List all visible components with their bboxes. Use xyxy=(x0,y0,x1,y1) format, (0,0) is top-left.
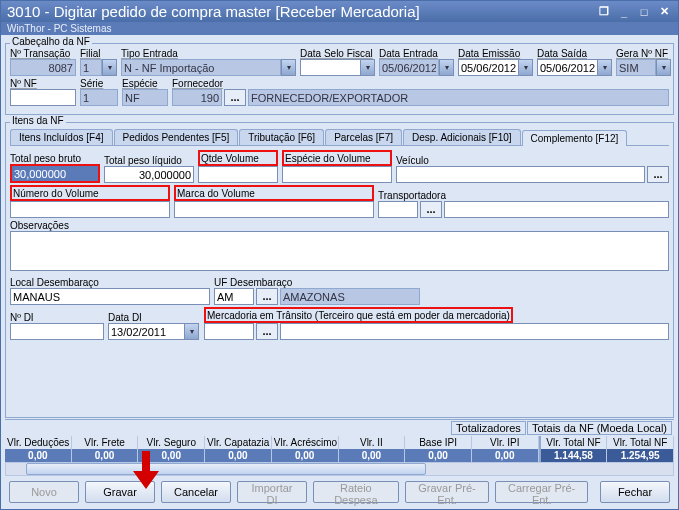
scrollbar-thumb[interactable] xyxy=(26,463,426,475)
label-fornecedor: Fornecedor xyxy=(172,78,669,89)
lookup-veiculo[interactable]: ... xyxy=(647,166,669,183)
tab-parcelas[interactable]: Parcelas [F7] xyxy=(325,129,402,145)
hdr-total2: Vlr. Total NF xyxy=(607,436,674,449)
input-especie-volume[interactable] xyxy=(282,166,392,183)
label-filial: Filial xyxy=(80,48,117,59)
input-uf-desembaraco[interactable] xyxy=(214,288,254,305)
tab-pendentes[interactable]: Pedidos Pendentes [F5] xyxy=(114,129,239,145)
val-ii: 0,00 xyxy=(339,449,406,462)
gravar-pre-button: Gravar Pré-Ent. xyxy=(405,481,490,503)
fechar-button[interactable]: Fechar xyxy=(600,481,670,503)
label-serie: Série xyxy=(80,78,118,89)
window-subtitle: WinThor - PC Sistemas xyxy=(1,22,678,35)
hdr-capatazia: Vlr. Capatazia xyxy=(205,436,272,449)
dropdown-data-di[interactable]: ▾ xyxy=(184,323,199,340)
input-transportadora-code[interactable] xyxy=(378,201,418,218)
group-title-cabecalho: Cabeçalho da NF xyxy=(10,36,92,47)
input-fornecedor-code xyxy=(172,89,222,106)
tab-incluidos[interactable]: Itens Incluídos [F4] xyxy=(10,129,113,145)
title-bar: 3010 - Digitar pedido de compra master [… xyxy=(1,1,678,22)
input-peso-liquido[interactable] xyxy=(104,166,194,183)
label-data-selo: Data Selo Fiscal xyxy=(300,48,375,59)
input-local-desembaraco[interactable] xyxy=(10,288,210,305)
label-local-desembaraco: Local Desembaraço xyxy=(10,277,210,288)
input-mercadoria-name[interactable] xyxy=(280,323,669,340)
horizontal-scrollbar[interactable] xyxy=(5,462,674,476)
cancelar-button[interactable]: Cancelar xyxy=(161,481,231,503)
label-peso-bruto: Total peso bruto xyxy=(10,153,100,164)
label-data-di: Data DI xyxy=(108,312,200,323)
hdr-ipi: Vlr. IPI xyxy=(472,436,539,449)
carregar-pre-button: Carregar Pré-Ent. xyxy=(495,481,588,503)
dropdown-gera-nf[interactable]: ▾ xyxy=(656,59,671,76)
group-cabecalho: Cabeçalho da NF Nº Transação Filial ▾ Ti… xyxy=(5,43,674,115)
lookup-mercadoria[interactable]: ... xyxy=(256,323,278,340)
input-data-di[interactable] xyxy=(108,323,184,340)
importar-di-button: Importar DI xyxy=(237,481,307,503)
input-qtde-volume[interactable] xyxy=(198,166,278,183)
input-serie xyxy=(80,89,118,106)
input-data-emissao[interactable] xyxy=(458,59,518,76)
input-numero-volume[interactable] xyxy=(10,201,170,218)
input-transportadora-name[interactable] xyxy=(444,201,669,218)
dropdown-data-selo[interactable]: ▾ xyxy=(360,59,375,76)
button-bar: Novo Gravar Cancelar Importar DI Rateio … xyxy=(5,477,674,507)
input-uf-name xyxy=(280,288,420,305)
label-qtde-volume: Qtde Volume xyxy=(201,153,259,164)
hdr-acrescimo: Vlr. Acréscimo xyxy=(272,436,339,449)
dropdown-data-emissao[interactable]: ▾ xyxy=(518,59,533,76)
lookup-uf[interactable]: ... xyxy=(256,288,278,305)
input-peso-bruto[interactable] xyxy=(12,166,98,181)
input-data-saida[interactable] xyxy=(537,59,597,76)
label-data-emissao: Data Emissão xyxy=(458,48,533,59)
input-filial xyxy=(80,59,102,76)
dropdown-tipo-entrada[interactable]: ▾ xyxy=(281,59,296,76)
label-no-di: Nº DI xyxy=(10,312,104,323)
tab-desp-adicionais[interactable]: Desp. Adicionais [F10] xyxy=(403,129,521,145)
val-deducoes: 0,00 xyxy=(5,449,72,462)
window-title: 3010 - Digitar pedido de compra master [… xyxy=(7,3,420,20)
input-veiculo[interactable] xyxy=(396,166,645,183)
label-totais-nf: Totais da NF (Moeda Local) xyxy=(527,421,672,435)
hdr-seguro: Vlr. Seguro xyxy=(138,436,205,449)
dropdown-filial[interactable]: ▾ xyxy=(102,59,117,76)
dropdown-data-saida[interactable]: ▾ xyxy=(597,59,612,76)
novo-button: Novo xyxy=(9,481,79,503)
minimize-icon[interactable]: _ xyxy=(616,5,632,19)
input-no-di[interactable] xyxy=(10,323,104,340)
label-especie-volume: Espécie do Volume xyxy=(285,153,371,164)
group-title-itens: Itens da NF xyxy=(10,115,66,126)
label-gera-nf: Gera Nº NF xyxy=(616,48,671,59)
val-frete: 0,00 xyxy=(72,449,139,462)
dropdown-data-entrada[interactable]: ▾ xyxy=(439,59,454,76)
label-observacoes: Observações xyxy=(10,220,669,231)
lookup-transportadora[interactable]: ... xyxy=(420,201,442,218)
val-seguro: 0,00 xyxy=(138,449,205,462)
lookup-fornecedor[interactable]: ... xyxy=(224,89,246,106)
tab-complemento[interactable]: Complemento [F12] xyxy=(522,130,628,146)
totals-bar: Totalizadores Totais da NF (Moeda Local)… xyxy=(5,419,674,476)
label-mercadoria-transito: Mercadoria em Trânsito (Terceiro que est… xyxy=(207,310,510,321)
close-icon[interactable]: ✕ xyxy=(656,5,672,19)
label-peso-liquido: Total peso líquido xyxy=(104,155,194,166)
input-marca-volume[interactable] xyxy=(174,201,374,218)
input-mercadoria-code[interactable] xyxy=(204,323,254,340)
restore-icon[interactable]: ❐ xyxy=(596,5,612,19)
label-marca-volume: Marca do Volume xyxy=(177,188,255,199)
tab-body-complemento: Total peso bruto Total peso líquido Qtde… xyxy=(10,146,669,411)
gravar-button[interactable]: Gravar xyxy=(85,481,155,503)
val-base-ipi: 0,00 xyxy=(405,449,472,462)
maximize-icon[interactable]: □ xyxy=(636,5,652,19)
input-nf[interactable] xyxy=(10,89,76,106)
label-data-saida: Data Saída xyxy=(537,48,612,59)
input-tipo-entrada xyxy=(121,59,281,76)
label-nf: Nº NF xyxy=(10,78,76,89)
input-transacao xyxy=(10,59,76,76)
val-total2: 1.254,95 xyxy=(607,449,674,462)
rateio-despesa-button: Rateio Despesa xyxy=(313,481,399,503)
tab-tributacao[interactable]: Tributação [F6] xyxy=(239,129,324,145)
input-especie xyxy=(122,89,168,106)
input-data-selo[interactable] xyxy=(300,59,360,76)
input-observacoes[interactable] xyxy=(10,231,669,271)
hdr-ii: Vlr. II xyxy=(339,436,406,449)
